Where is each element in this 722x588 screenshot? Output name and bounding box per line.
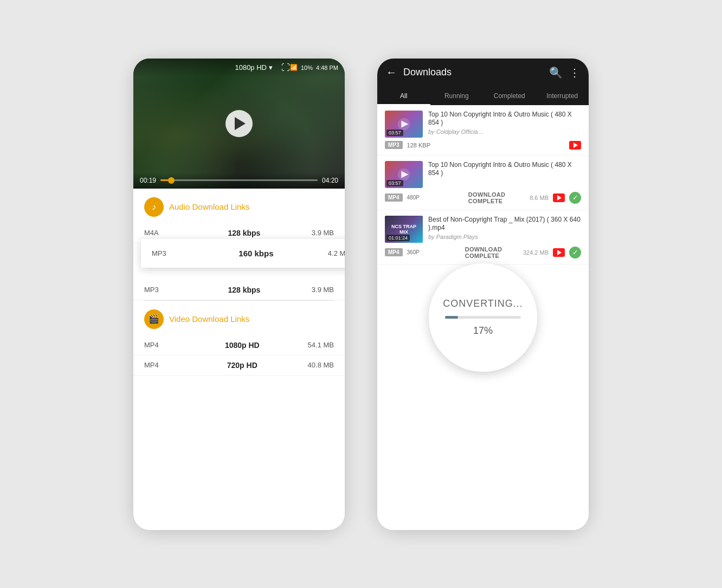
quality-label: 1080p HD xyxy=(177,341,308,350)
format-label: MP3 xyxy=(144,286,177,294)
size-label: 3.9 MB xyxy=(312,286,334,294)
play-icon xyxy=(235,117,246,130)
left-phone: 1080p HD ▾ ⛶ 📶 10% 4:48 PM xyxy=(133,59,345,530)
progress-track[interactable] xyxy=(160,179,318,181)
more-button[interactable]: ⋮ xyxy=(569,66,580,79)
format-label: M4A xyxy=(144,229,177,237)
app-bar: ← Downloads 🔍 ⋮ xyxy=(377,59,589,87)
audio-row-mp3-128[interactable]: MP3 128 kbps 3.9 MB xyxy=(133,280,345,300)
size-label: 4.2 MB xyxy=(328,249,345,257)
progress-dot xyxy=(168,177,175,184)
quality-label: 128 kbps xyxy=(177,229,312,237)
status-bar: 📶 10% 4:48 PM xyxy=(290,64,338,71)
video-section-header: 🎬 Video Download Links xyxy=(133,301,345,335)
time-text: 4:48 PM xyxy=(316,64,338,71)
app-bar-title: Downloads xyxy=(403,67,543,78)
format-label: MP4 xyxy=(144,361,177,369)
quality-label: 160 kbps xyxy=(184,249,328,258)
video-row-1080p[interactable]: MP4 1080p HD 54.1 MB xyxy=(133,335,345,356)
tab-completed[interactable]: Completed xyxy=(483,87,536,105)
tab-interrupted[interactable]: Interrupted xyxy=(536,87,589,105)
converting-overlay: CONVERTING... 17% xyxy=(377,105,589,530)
tab-all[interactable]: All xyxy=(377,87,430,105)
audio-icon: ♪ xyxy=(144,197,164,217)
right-phone: ← Downloads 🔍 ⋮ All Running Completed In… xyxy=(377,59,589,530)
video-row-720p[interactable]: MP4 720p HD 40.8 MB xyxy=(133,356,345,376)
quality-label: 128 kbps xyxy=(177,286,312,294)
format-label: MP3 xyxy=(152,249,184,257)
converting-progress-track xyxy=(445,316,521,319)
video-section-title: Video Download Links xyxy=(169,314,249,324)
quality-badge[interactable]: 1080p HD ▾ xyxy=(235,63,273,72)
size-label: 3.9 MB xyxy=(312,229,334,237)
converting-text: CONVERTING... xyxy=(443,298,523,309)
audio-section-header: ♪ Audio Download Links xyxy=(133,189,345,223)
battery-text: 10% xyxy=(301,64,313,71)
audio-row-mp3-highlighted[interactable]: MP3 160 kbps 4.2 MB xyxy=(141,239,345,268)
converting-progress-fill xyxy=(445,316,458,319)
audio-section-title: Audio Download Links xyxy=(169,202,249,211)
back-button[interactable]: ← xyxy=(386,66,397,79)
downloads-list: 03:57 Top 10 Non Copyright Intro & Outro… xyxy=(377,105,589,530)
size-label: 40.8 MB xyxy=(308,361,334,369)
video-player: 1080p HD ▾ ⛶ 📶 10% 4:48 PM xyxy=(133,59,345,189)
fullscreen-icon[interactable]: ⛶ xyxy=(281,63,290,73)
converting-percent: 17% xyxy=(473,325,493,337)
search-button[interactable]: 🔍 xyxy=(549,66,563,79)
chevron-down-icon: ▾ xyxy=(269,63,273,72)
download-content: ♪ Audio Download Links M4A 128 kbps 3.9 … xyxy=(133,189,345,530)
total-time: 04:20 xyxy=(322,177,338,184)
current-time: 00:19 xyxy=(140,177,156,184)
quality-label: 720p HD xyxy=(177,361,308,370)
tab-bar: All Running Completed Interrupted xyxy=(377,87,589,105)
tab-running[interactable]: Running xyxy=(430,87,484,105)
converting-circle: CONVERTING... 17% xyxy=(429,263,537,372)
play-button[interactable] xyxy=(225,110,253,137)
wifi-icon: 📶 xyxy=(290,64,298,71)
size-label: 54.1 MB xyxy=(308,341,334,349)
video-icon: 🎬 xyxy=(144,309,164,329)
video-controls: 00:19 04:20 xyxy=(133,172,345,189)
format-label: MP4 xyxy=(144,341,177,349)
quality-label: 1080p HD xyxy=(235,63,267,72)
